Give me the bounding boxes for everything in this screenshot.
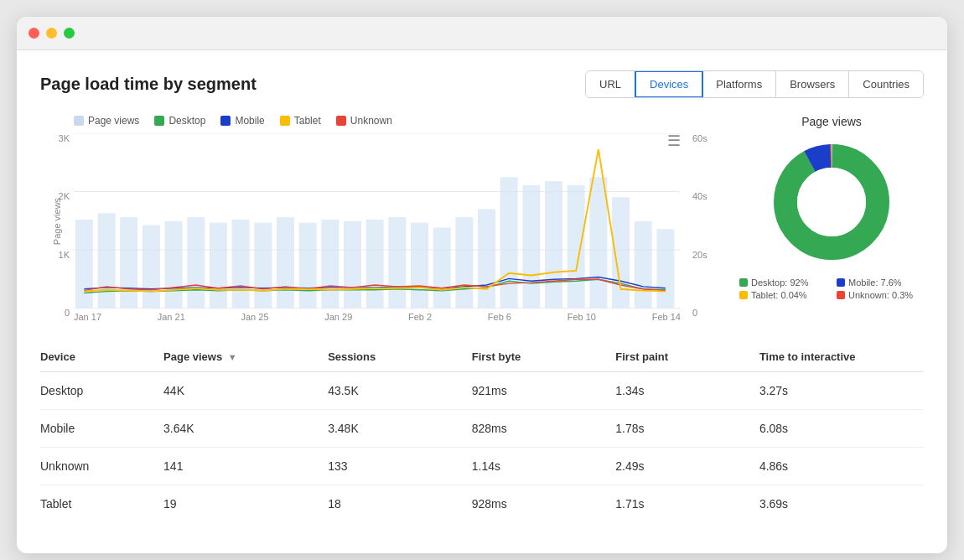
chart-svg [74, 133, 681, 309]
cell-tti-mobile: 6.08s [759, 409, 924, 447]
cell-pv-desktop: 44K [163, 371, 328, 409]
donut-title: Page views [801, 115, 862, 128]
svg-rect-12 [254, 223, 272, 309]
cell-fp-mobile: 1.78s [615, 409, 759, 447]
col-header-tti: Time to interactive [759, 342, 924, 372]
x-tick-feb2: Feb 2 [408, 312, 432, 322]
chart-menu-icon[interactable]: ☰ [667, 133, 681, 148]
svg-rect-27 [589, 177, 607, 308]
svg-rect-20 [433, 227, 451, 308]
donut-legend-unknown: Unknown: 0.3% [837, 290, 924, 300]
cell-device-mobile: Mobile [40, 409, 163, 447]
svg-rect-14 [299, 223, 317, 309]
col-header-first-byte: First byte [472, 342, 616, 372]
legend-desktop: Desktop [154, 115, 205, 127]
x-tick-jan29: Jan 29 [324, 312, 352, 322]
legend-desktop-dot [154, 116, 164, 126]
donut-svg [764, 135, 899, 269]
svg-rect-5 [98, 213, 116, 308]
legend-unknown: Unknown [336, 115, 392, 127]
cell-sessions-desktop: 43.5K [328, 371, 472, 409]
svg-rect-10 [210, 223, 227, 309]
sort-arrow-icon: ▼ [228, 352, 237, 362]
header-row: Page load time by segment URL Devices Pl… [40, 70, 924, 98]
donut-desktop-label: Desktop: 92% [751, 277, 808, 288]
svg-rect-29 [635, 221, 652, 309]
segment-tabs: URL Devices Platforms Browsers Countries [585, 70, 924, 98]
cell-sessions-unknown: 133 [328, 447, 472, 485]
legend-unknown-label: Unknown [350, 115, 392, 127]
tab-platforms[interactable]: Platforms [702, 71, 776, 97]
chart-legend: Page views Desktop Mobile Tablet [40, 115, 723, 127]
table-row: Mobile 3.64K 3.48K 828ms 1.78s 6.08s [40, 409, 924, 447]
col-header-first-paint: First paint [615, 342, 759, 372]
x-tick-jan21: Jan 21 [158, 312, 185, 322]
cell-fb-tablet: 928ms [472, 485, 616, 522]
svg-rect-11 [232, 220, 250, 309]
donut-legend-desktop: Desktop: 92% [739, 277, 827, 288]
legend-page-views: Page views [74, 115, 139, 127]
cell-fb-mobile: 828ms [472, 409, 616, 447]
tab-countries[interactable]: Countries [849, 71, 923, 97]
cell-fb-desktop: 921ms [472, 371, 616, 409]
svg-rect-9 [187, 217, 205, 309]
cell-fp-desktop: 1.34s [615, 371, 759, 409]
legend-tablet-dot [280, 116, 290, 126]
svg-rect-26 [568, 185, 585, 309]
legend-page-views-dot [74, 116, 84, 126]
x-tick-feb14: Feb 14 [652, 312, 681, 322]
table-row: Tablet 19 18 928ms 1.71s 3.69s [40, 485, 924, 522]
legend-page-views-label: Page views [88, 115, 139, 127]
tab-url[interactable]: URL [586, 71, 635, 97]
svg-rect-25 [545, 181, 562, 308]
table-row: Desktop 44K 43.5K 921ms 1.34s 3.27s [40, 371, 924, 409]
donut-chart [764, 135, 899, 269]
minimize-button[interactable] [46, 28, 57, 39]
svg-rect-16 [344, 221, 361, 309]
svg-rect-24 [522, 185, 540, 309]
cell-pv-unknown: 141 [163, 447, 328, 485]
x-tick-jan17: Jan 17 [74, 312, 101, 322]
svg-rect-19 [411, 223, 428, 309]
svg-rect-23 [500, 177, 518, 308]
donut-desktop-dot [739, 278, 748, 287]
maximize-button[interactable] [64, 28, 75, 39]
donut-unknown-label: Unknown: 0.3% [848, 290, 913, 300]
donut-legend-tablet: Tablet: 0.04% [739, 290, 827, 300]
svg-rect-13 [277, 217, 294, 309]
cell-tti-desktop: 3.27s [759, 371, 924, 409]
donut-tablet-label: Tablet: 0.04% [751, 290, 807, 300]
legend-mobile-label: Mobile [235, 115, 264, 127]
cell-fb-unknown: 1.14s [472, 447, 616, 485]
donut-mobile-dot [837, 278, 845, 287]
tab-devices[interactable]: Devices [635, 70, 703, 98]
legend-mobile-dot [220, 116, 231, 126]
x-tick-feb6: Feb 6 [488, 312, 511, 322]
cell-sessions-mobile: 3.48K [328, 409, 472, 447]
cell-sessions-tablet: 18 [328, 485, 472, 522]
tab-browsers[interactable]: Browsers [776, 71, 849, 97]
cell-device-desktop: Desktop [40, 371, 163, 409]
page-title: Page load time by segment [40, 75, 257, 94]
donut-tablet-dot [739, 291, 748, 299]
svg-rect-7 [143, 226, 160, 309]
x-tick-feb10: Feb 10 [568, 312, 596, 322]
svg-rect-6 [120, 217, 137, 309]
svg-rect-18 [388, 217, 406, 309]
cell-pv-mobile: 3.64K [163, 409, 328, 447]
x-axis: Jan 17 Jan 21 Jan 25 Jan 29 Feb 2 Feb 6 … [40, 309, 723, 322]
cell-fp-tablet: 1.71s [615, 485, 759, 522]
donut-legend-mobile: Mobile: 7.6% [837, 277, 924, 288]
chart-section: Page views Desktop Mobile Tablet [40, 115, 723, 322]
svg-rect-30 [656, 229, 674, 308]
col-header-page-views[interactable]: Page views ▼ [163, 342, 328, 372]
legend-tablet: Tablet [280, 115, 321, 127]
svg-rect-17 [366, 220, 384, 309]
svg-point-34 [797, 168, 866, 236]
legend-unknown-dot [336, 116, 346, 126]
close-button[interactable] [29, 28, 39, 39]
cell-tti-unknown: 4.86s [759, 447, 924, 485]
donut-mobile-label: Mobile: 7.6% [848, 277, 902, 288]
svg-rect-8 [165, 221, 183, 309]
y-axis-right: 60s 40s 20s 0 [689, 133, 723, 318]
